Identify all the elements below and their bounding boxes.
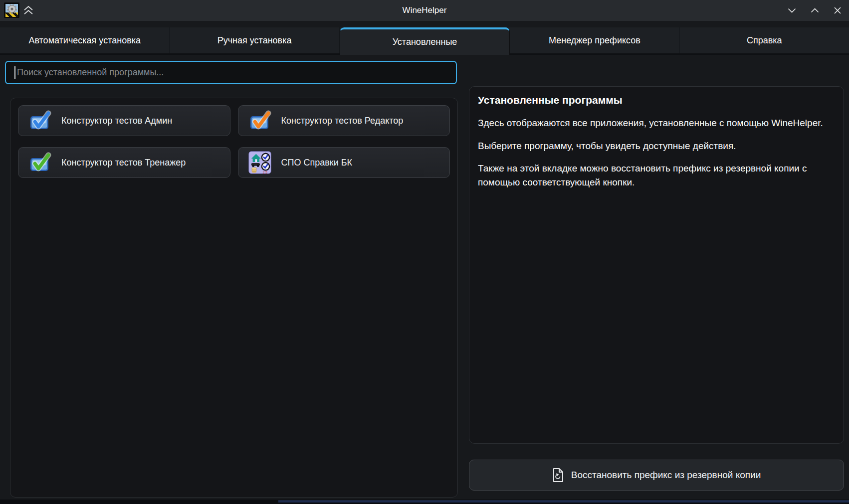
program-button-editor[interactable]: Конструктор тестов Редактор (238, 105, 450, 136)
program-button-admin[interactable]: Конструктор тестов Админ (18, 105, 230, 136)
maximize-button[interactable] (809, 5, 820, 16)
tab-help[interactable]: Справка (680, 27, 849, 53)
x-icon (834, 6, 842, 14)
info-paragraph: Здесь отображаются все приложения, устан… (478, 116, 832, 130)
program-label: Конструктор тестов Редактор (281, 116, 404, 126)
background-window-edge (278, 501, 849, 503)
tab-manual-install[interactable]: Ручная установка (170, 27, 339, 53)
restore-button-label: Восстановить префикс из резервной копии (571, 470, 761, 481)
minimize-button[interactable] (786, 5, 797, 16)
tab-bar: Автоматическая установка Ручная установк… (0, 27, 849, 55)
document-restore-icon (552, 468, 564, 483)
chevron-down-icon (788, 7, 796, 14)
program-label: СПО Справки БК (281, 158, 353, 168)
program-label: Конструктор тестов Админ (61, 116, 172, 126)
spo-spravki-bk-icon: 2.5 (248, 151, 271, 174)
info-panel-title: Установленные программы (478, 94, 835, 106)
window-controls (786, 0, 843, 21)
bottom-screen-strip (0, 500, 849, 504)
program-button-trainer[interactable]: Конструктор тестов Тренажер (18, 147, 230, 178)
info-paragraph: Также на этой вкладке можно восстановить… (478, 162, 832, 189)
window-title: WineHelper (0, 5, 849, 15)
winehelper-gear-hazard-icon[interactable] (4, 2, 19, 18)
close-button[interactable] (832, 5, 843, 16)
info-paragraph: Выберите программу, чтобы увидеть доступ… (478, 139, 832, 153)
program-label: Конструктор тестов Тренажер (61, 158, 186, 168)
checkbox-blue-check-icon (28, 109, 51, 132)
keep-above-button[interactable] (22, 5, 34, 16)
gear-icon (6, 3, 18, 15)
chevron-up-icon (811, 7, 819, 14)
search-field-wrapper (5, 61, 457, 84)
checkbox-green-check-icon (28, 151, 51, 174)
tab-installed[interactable]: Установленные (340, 27, 510, 55)
svg-text:2.5: 2.5 (262, 170, 267, 174)
tab-auto-install[interactable]: Автоматическая установка (0, 27, 170, 53)
checkbox-orange-check-icon (248, 109, 271, 132)
titlebar: WineHelper (0, 0, 849, 21)
installed-programs-panel: Конструктор тестов Админ Конструктор тес… (10, 98, 458, 498)
restore-prefix-button[interactable]: Восстановить префикс из резервной копии (469, 460, 844, 491)
program-button-spo-spravki[interactable]: 2.5 СПО Справки БК (238, 147, 450, 178)
text-caret (14, 66, 15, 79)
double-chevron-up-icon (23, 5, 34, 15)
tab-prefix-manager[interactable]: Менеджер префиксов (510, 27, 679, 53)
installed-info-panel: Установленные программы Здесь отображают… (469, 86, 844, 444)
search-input[interactable] (5, 61, 457, 84)
